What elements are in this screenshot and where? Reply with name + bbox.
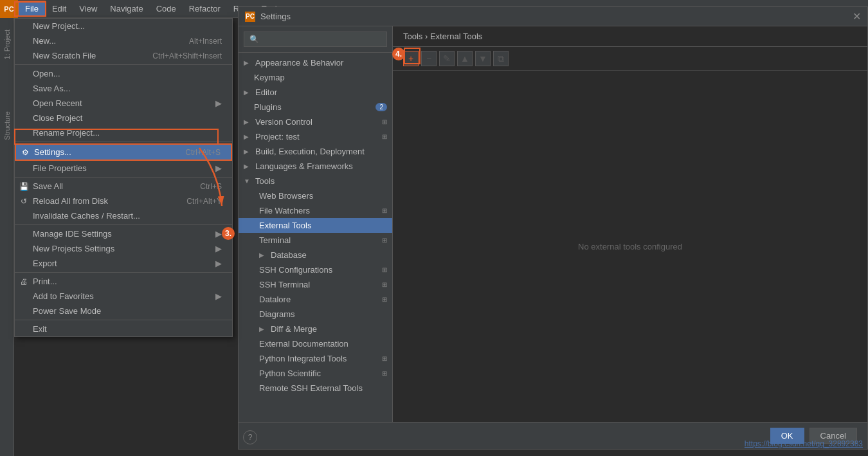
tree-arrow-appearance: ▶ <box>244 59 251 66</box>
tree-icon-terminal: ⊞ <box>382 237 387 244</box>
menu-file[interactable]: File <box>18 1 46 17</box>
menu-open[interactable]: Open... <box>15 66 232 81</box>
tree-python-integrated[interactable]: Python Integrated Tools ⊞ <box>239 351 392 366</box>
settings-body: ▶ Appearance & Behavior Keymap ▶ Editor … <box>239 26 867 422</box>
tree-icon-vc: ⊞ <box>382 118 387 125</box>
reload-icon: ↺ <box>19 196 29 206</box>
menu-close-project[interactable]: Close Project <box>15 111 232 125</box>
copy-tool-button[interactable]: ⧉ <box>493 51 509 66</box>
tree-remote-ssh[interactable]: Remote SSH External Tools <box>239 381 392 396</box>
tree-icon-pit: ⊞ <box>382 355 387 362</box>
csdn-watermark: https://blog.csdn.net/qq_32892383 <box>745 439 863 448</box>
tree-version-control[interactable]: ▶ Version Control ⊞ <box>239 114 392 129</box>
red-arrow-annotation <box>180 141 244 219</box>
left-sidebar: 1: Project Structure <box>0 18 14 456</box>
settings-content-area: No external tools configured <box>393 71 867 422</box>
tree-build-exec[interactable]: ▶ Build, Execution, Deployment <box>239 144 392 159</box>
tree-web-browsers[interactable]: Web Browsers <box>239 188 392 203</box>
tree-file-watchers[interactable]: File Watchers ⊞ <box>239 203 392 218</box>
tree-diff-merge[interactable]: ▶ Diff & Merge <box>239 322 392 336</box>
tree-external-docs[interactable]: External Documentation <box>239 336 392 351</box>
help-button[interactable]: ? <box>243 430 257 444</box>
menu-new[interactable]: New... Alt+Insert <box>15 33 232 48</box>
settings-search-area <box>239 26 392 53</box>
tree-arrow-lang: ▶ <box>244 163 251 170</box>
tree-arrow-vc: ▶ <box>244 118 251 125</box>
settings-title-bar: PC Settings ✕ <box>239 7 867 26</box>
menu-code[interactable]: Code <box>150 1 183 16</box>
tree-datalore[interactable]: Datalore ⊞ <box>239 292 392 307</box>
settings-toolbar: + − ✎ ▲ ▼ ⧉ <box>393 47 867 71</box>
sidebar-structure-tab[interactable]: Structure <box>2 106 12 145</box>
tree-icon-ssht: ⊞ <box>382 281 387 288</box>
tree-database[interactable]: ▶ Database <box>239 248 392 262</box>
settings-left-panel: ▶ Appearance & Behavior Keymap ▶ Editor … <box>239 26 393 422</box>
settings-tree: ▶ Appearance & Behavior Keymap ▶ Editor … <box>239 53 392 422</box>
save-icon: 💾 <box>19 181 29 192</box>
gear-icon: ⚙ <box>20 147 30 158</box>
menu-print[interactable]: 🖨 Print... <box>15 274 232 289</box>
plugins-badge: 2 <box>375 103 387 111</box>
menu-rename-project[interactable]: Rename Project... <box>15 125 232 140</box>
menu-new-project[interactable]: New Project... <box>15 19 232 33</box>
tree-project-test[interactable]: ▶ Project: test ⊞ <box>239 129 392 144</box>
divider-4 <box>15 224 232 225</box>
remove-tool-button[interactable]: − <box>421 51 437 66</box>
menu-new-scratch-file[interactable]: New Scratch File Ctrl+Alt+Shift+Insert <box>15 48 232 63</box>
move-down-button[interactable]: ▼ <box>475 51 491 66</box>
divider-5 <box>15 272 232 273</box>
step-4-badge: 4. <box>392 48 405 60</box>
tree-icon-ssh: ⊞ <box>382 266 387 273</box>
settings-right-panel: Tools › External Tools + − ✎ ▲ ▼ ⧉ No ex… <box>393 26 867 422</box>
menu-save-as[interactable]: Save As... <box>15 81 232 96</box>
move-up-button[interactable]: ▲ <box>457 51 473 66</box>
tree-keymap[interactable]: Keymap <box>239 70 392 85</box>
tree-editor[interactable]: ▶ Editor <box>239 85 392 100</box>
settings-title: PC Settings <box>245 12 291 22</box>
menu-power-save[interactable]: Power Save Mode <box>15 304 232 318</box>
settings-dialog: PC Settings ✕ ▶ Appearance & Behavior Ke… <box>238 6 868 450</box>
settings-breadcrumb: Tools › External Tools <box>393 26 867 47</box>
step-3-badge: 3. <box>222 227 235 240</box>
divider-6 <box>15 320 232 320</box>
menu-new-projects-settings[interactable]: New Projects Settings ▶ <box>15 241 232 256</box>
app-logo: PC <box>0 0 18 18</box>
tree-appearance-behavior[interactable]: ▶ Appearance & Behavior <box>239 55 392 70</box>
tree-terminal[interactable]: Terminal ⊞ <box>239 233 392 248</box>
sidebar-project-tab[interactable]: 1: Project <box>2 24 12 64</box>
tree-ssh-terminal[interactable]: SSH Terminal ⊞ <box>239 277 392 292</box>
tree-icon-fw: ⊞ <box>382 207 387 214</box>
tree-arrow-diff: ▶ <box>259 325 267 333</box>
tree-icon-ps: ⊞ <box>382 370 387 377</box>
tree-python-scientific[interactable]: Python Scientific ⊞ <box>239 366 392 381</box>
edit-tool-button[interactable]: ✎ <box>439 51 455 66</box>
tree-diagrams[interactable]: Diagrams <box>239 307 392 322</box>
tree-arrow-project: ▶ <box>244 133 251 140</box>
tree-arrow-build: ▶ <box>244 148 251 155</box>
settings-close-button[interactable]: ✕ <box>853 10 861 23</box>
tree-arrow-tools: ▼ <box>244 178 251 185</box>
tree-plugins[interactable]: Plugins 2 <box>239 100 392 114</box>
tree-tools[interactable]: ▼ Tools <box>239 174 392 188</box>
menu-navigate[interactable]: Navigate <box>104 1 149 16</box>
menu-open-recent[interactable]: Open Recent ▶ <box>15 96 232 111</box>
settings-logo: PC <box>245 12 255 22</box>
menu-manage-ide[interactable]: Manage IDE Settings ▶ <box>15 226 232 241</box>
menu-add-favorites[interactable]: Add to Favorites ▶ <box>15 289 232 304</box>
tree-arrow-db: ▶ <box>259 251 267 259</box>
settings-search-input[interactable] <box>244 32 387 47</box>
menu-exit[interactable]: Exit <box>15 322 232 336</box>
tree-ssh-configs[interactable]: SSH Configurations ⊞ <box>239 262 392 277</box>
add-tool-button[interactable]: + <box>403 51 419 66</box>
tree-icon-datalore: ⊞ <box>382 296 387 303</box>
menu-edit[interactable]: Edit <box>46 1 73 16</box>
menu-export[interactable]: Export ▶ <box>15 256 232 271</box>
menu-view[interactable]: View <box>73 1 104 16</box>
tree-languages[interactable]: ▶ Languages & Frameworks <box>239 159 392 174</box>
tree-arrow-editor: ▶ <box>244 89 251 96</box>
tree-icon-project: ⊞ <box>382 133 387 140</box>
menu-refactor[interactable]: Refactor <box>183 1 227 16</box>
tree-external-tools[interactable]: External Tools <box>239 218 392 233</box>
print-icon: 🖨 <box>19 277 29 287</box>
divider-1 <box>15 64 232 65</box>
